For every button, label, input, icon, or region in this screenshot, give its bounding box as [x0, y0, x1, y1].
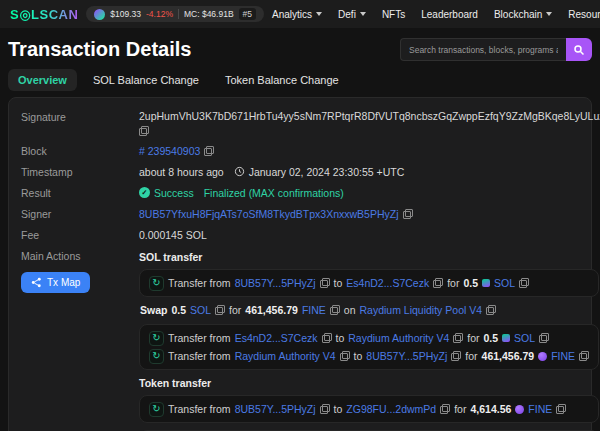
copy-icon[interactable]: [340, 351, 350, 361]
token-transfer-title: Token transfer: [139, 377, 599, 389]
transfer-cycle-icon: [149, 331, 164, 346]
result-row: Result Success Finalized (MAX confirmati…: [21, 182, 579, 203]
signature-value: 2upHumVhU3K7bD671HrbTu4yy5sNm7RPtqrR8DfV…: [139, 110, 600, 122]
copy-icon[interactable]: [330, 305, 340, 315]
token-link[interactable]: SOL: [514, 329, 535, 347]
transfer-cycle-icon: [149, 349, 164, 364]
swap-summary: Swap 0.5 SOL for 461,456.79 FINE on Rayd…: [140, 304, 598, 316]
nav-nfts[interactable]: NFTs: [382, 9, 405, 20]
result-label: Result: [21, 186, 139, 199]
copy-icon[interactable]: [556, 404, 566, 414]
sol-transfer-title: SOL transfer: [139, 251, 599, 263]
copy-icon[interactable]: [579, 351, 589, 361]
amount: 0.5: [463, 274, 478, 292]
to-address-link[interactable]: 8UB57Y...5PHyZj: [366, 347, 447, 365]
success-check-icon: [139, 187, 150, 198]
search-button[interactable]: [566, 38, 592, 61]
copy-icon[interactable]: [519, 278, 529, 288]
token-link[interactable]: FINE: [302, 304, 326, 316]
from-address-link[interactable]: Raydium Authority V4: [235, 347, 336, 365]
copy-icon[interactable]: [451, 351, 461, 361]
copy-icon[interactable]: [204, 146, 214, 156]
token-link[interactable]: FINE: [551, 347, 575, 365]
solscan-logo[interactable]: S◎LSCAN: [10, 7, 78, 22]
tab-token-balance-change[interactable]: Token Balance Change: [215, 69, 349, 91]
page-title: Transaction Details: [8, 38, 191, 61]
sol-price-change: -4.12%: [146, 9, 173, 19]
sol-price: $109.33: [110, 9, 141, 19]
chevron-down-icon: [316, 12, 322, 16]
search-icon: [573, 44, 585, 56]
amount: 4,614.56: [470, 400, 511, 418]
result-status: Success: [154, 187, 194, 199]
copy-icon[interactable]: [433, 278, 443, 288]
sol-transfer-box: Transfer from 8UB57Y...5PHyZj to Es4nD2.…: [139, 269, 599, 297]
copy-icon[interactable]: [320, 404, 330, 414]
sol-price-widget: $109.33 -4.12% MC: $46.91B #5: [86, 6, 264, 22]
program-link[interactable]: Raydium Liquidity Pool V4: [360, 304, 483, 316]
nav-blockchain[interactable]: Blockchain: [494, 9, 552, 20]
copy-icon[interactable]: [440, 404, 450, 414]
swap-transfers-box: Transfer from Es4nD2...S7Cezk to Raydium…: [139, 324, 599, 370]
block-link[interactable]: # 239540903: [139, 145, 200, 157]
copy-icon[interactable]: [320, 278, 330, 288]
token-link[interactable]: SOL: [190, 304, 211, 316]
amount: 0.5: [484, 329, 499, 347]
nav-defi[interactable]: Defi: [338, 9, 366, 20]
copy-icon[interactable]: [322, 333, 332, 343]
chevron-down-icon: [360, 12, 366, 16]
fee-label: Fee: [21, 228, 139, 241]
rank-badge: #5: [239, 8, 256, 20]
overview-panel: Signature 2upHumVhU3K7bD671HrbTu4yy5sNm7…: [8, 97, 592, 431]
fine-token-icon: [515, 405, 524, 414]
copy-icon[interactable]: [139, 126, 149, 136]
search-bar: [400, 38, 592, 61]
main-actions-row: Main Actions Tx Map SOL transfer Transfe…: [21, 245, 579, 431]
copy-icon[interactable]: [453, 333, 463, 343]
block-row: Block # 239540903: [21, 140, 579, 161]
nav-resources[interactable]: Resources: [568, 9, 600, 20]
transfer-cycle-icon: [149, 402, 164, 417]
timestamp-relative: about 8 hours ago: [139, 166, 224, 178]
to-address-link[interactable]: ZG98FU...2dwmPd: [346, 400, 436, 418]
amount: 461,456.79: [482, 347, 535, 365]
signer-row: Signer 8UB57YfxuH8FjqATs7oSfM8TkydBTpx3X…: [21, 203, 579, 224]
token-link[interactable]: FINE: [528, 400, 552, 418]
nav-analytics[interactable]: Analytics: [272, 9, 322, 20]
token-link[interactable]: SOL: [494, 274, 515, 292]
from-address-link[interactable]: Es4nD2...S7Cezk: [235, 329, 318, 347]
transfer-row-2: Transfer from Es4nD2...S7Cezk to Raydium…: [149, 329, 589, 347]
signature-label: Signature: [21, 110, 139, 136]
transfer-row-1: Transfer from 8UB57Y...5PHyZj to Es4nD2.…: [149, 274, 589, 292]
token-transfer-box: Transfer from 8UB57Y...5PHyZj to ZG98FU.…: [139, 395, 599, 423]
timestamp-absolute: January 02, 2024 23:30:55 +UTC: [249, 166, 405, 178]
tx-map-button[interactable]: Tx Map: [21, 272, 90, 293]
solana-coin-icon: [94, 9, 105, 20]
nav-leaderboard[interactable]: Leaderboard: [421, 9, 478, 20]
search-input[interactable]: [400, 38, 566, 61]
tx-map-icon: [31, 277, 42, 288]
divider: [178, 9, 179, 19]
fee-row: Fee 0.000145 SOL: [21, 224, 579, 245]
tab-sol-balance-change[interactable]: SOL Balance Change: [83, 69, 209, 91]
chevron-down-icon: [546, 12, 552, 16]
block-label: Block: [21, 144, 139, 157]
to-address-link[interactable]: Raydium Authority V4: [348, 329, 449, 347]
to-address-link[interactable]: Es4nD2...S7Cezk: [346, 274, 429, 292]
transfer-row-3: Transfer from Raydium Authority V4 to 8U…: [149, 347, 589, 365]
timestamp-row: Timestamp about 8 hours ago January 02, …: [21, 161, 579, 182]
from-address-link[interactable]: 8UB57Y...5PHyZj: [235, 400, 316, 418]
copy-icon[interactable]: [403, 209, 413, 219]
signer-link[interactable]: 8UB57YfxuH8FjqATs7oSfM8TkydBTpx3XnxxwB5P…: [139, 208, 399, 220]
fine-token-icon: [538, 352, 547, 361]
from-address-link[interactable]: 8UB57Y...5PHyZj: [235, 274, 316, 292]
sol-token-icon: [482, 279, 490, 287]
tab-overview[interactable]: Overview: [8, 69, 77, 91]
signer-label: Signer: [21, 207, 139, 220]
copy-icon[interactable]: [215, 305, 225, 315]
top-nav-bar: S◎LSCAN $109.33 -4.12% MC: $46.91B #5 An…: [0, 0, 600, 28]
tab-bar: Overview SOL Balance Change Token Balanc…: [0, 69, 600, 97]
copy-icon[interactable]: [539, 333, 549, 343]
transfer-row-4: Transfer from 8UB57Y...5PHyZj to ZG98FU.…: [149, 400, 589, 418]
copy-icon[interactable]: [486, 305, 496, 315]
